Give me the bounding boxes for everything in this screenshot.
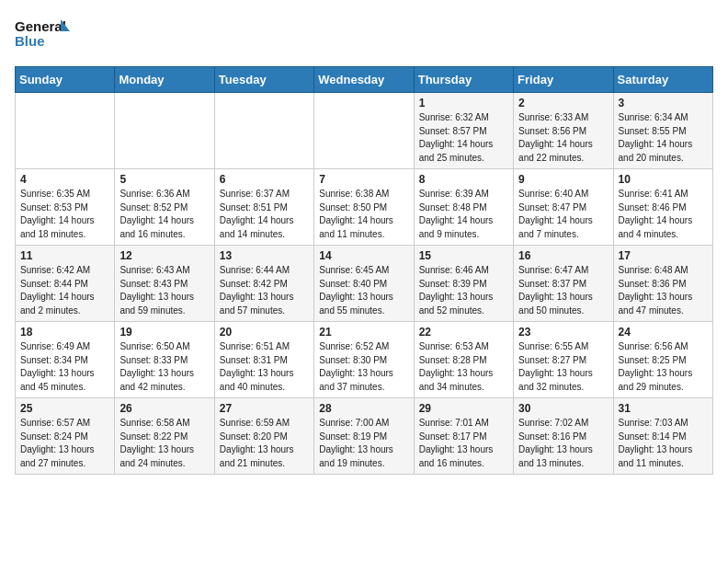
day-info: Sunrise: 6:41 AM Sunset: 8:46 PM Dayligh… [619,188,708,241]
week-row-1: 1Sunrise: 6:32 AM Sunset: 8:57 PM Daylig… [16,93,713,169]
day-number: 8 [419,173,508,186]
day-cell: 23Sunrise: 6:55 AM Sunset: 8:27 PM Dayli… [514,322,613,398]
day-number: 16 [518,249,608,262]
day-info: Sunrise: 6:33 AM Sunset: 8:56 PM Dayligh… [518,111,608,165]
day-number: 12 [119,249,209,262]
day-number: 23 [518,326,608,339]
day-cell: 12Sunrise: 6:43 AM Sunset: 8:43 PM Dayli… [115,246,214,322]
day-number: 30 [518,402,608,415]
day-cell: 27Sunrise: 6:59 AM Sunset: 8:20 PM Dayli… [214,398,313,475]
day-info: Sunrise: 6:44 AM Sunset: 8:42 PM Dayligh… [220,264,309,317]
column-header-saturday: Saturday [613,67,712,93]
logo-icon: GeneralBlue [15,15,70,55]
column-header-thursday: Thursday [414,67,513,93]
day-cell [16,93,115,169]
day-number: 27 [220,402,309,415]
day-info: Sunrise: 6:49 AM Sunset: 8:34 PM Dayligh… [20,340,109,394]
day-cell: 4Sunrise: 6:35 AM Sunset: 8:53 PM Daylig… [16,169,115,246]
day-info: Sunrise: 7:00 AM Sunset: 8:19 PM Dayligh… [319,417,408,470]
day-number: 6 [220,173,309,186]
day-cell: 30Sunrise: 7:02 AM Sunset: 8:16 PM Dayli… [514,398,613,475]
day-info: Sunrise: 6:35 AM Sunset: 8:53 PM Dayligh… [20,188,109,241]
day-number: 4 [20,173,109,186]
day-cell: 19Sunrise: 6:50 AM Sunset: 8:33 PM Dayli… [115,322,214,398]
day-cell: 20Sunrise: 6:51 AM Sunset: 8:31 PM Dayli… [214,322,313,398]
day-cell: 1Sunrise: 6:32 AM Sunset: 8:57 PM Daylig… [414,93,513,169]
day-info: Sunrise: 7:03 AM Sunset: 8:14 PM Dayligh… [619,417,708,470]
day-number: 2 [518,97,608,109]
day-info: Sunrise: 6:58 AM Sunset: 8:22 PM Dayligh… [119,417,209,470]
day-cell: 18Sunrise: 6:49 AM Sunset: 8:34 PM Dayli… [16,322,115,398]
day-cell: 31Sunrise: 7:03 AM Sunset: 8:14 PM Dayli… [613,398,712,475]
day-number: 18 [20,326,109,339]
day-info: Sunrise: 6:43 AM Sunset: 8:43 PM Dayligh… [119,264,209,317]
column-header-sunday: Sunday [16,67,115,93]
day-cell: 16Sunrise: 6:47 AM Sunset: 8:37 PM Dayli… [514,246,613,322]
day-cell [214,93,313,169]
day-info: Sunrise: 6:40 AM Sunset: 8:47 PM Dayligh… [518,188,608,241]
day-info: Sunrise: 6:46 AM Sunset: 8:39 PM Dayligh… [419,264,508,317]
day-cell: 13Sunrise: 6:44 AM Sunset: 8:42 PM Dayli… [214,246,313,322]
column-header-friday: Friday [514,67,613,93]
day-number: 20 [220,326,309,339]
calendar-table: SundayMondayTuesdayWednesdayThursdayFrid… [15,66,713,475]
day-cell: 29Sunrise: 7:01 AM Sunset: 8:17 PM Dayli… [414,398,513,475]
day-number: 9 [518,173,608,186]
column-header-wednesday: Wednesday [314,67,414,93]
day-number: 19 [119,326,209,339]
day-number: 15 [419,249,508,262]
day-cell: 5Sunrise: 6:36 AM Sunset: 8:52 PM Daylig… [115,169,214,246]
week-row-4: 18Sunrise: 6:49 AM Sunset: 8:34 PM Dayli… [16,322,713,398]
header-row: SundayMondayTuesdayWednesdayThursdayFrid… [16,67,713,93]
day-cell: 9Sunrise: 6:40 AM Sunset: 8:47 PM Daylig… [514,169,613,246]
week-row-2: 4Sunrise: 6:35 AM Sunset: 8:53 PM Daylig… [16,169,713,246]
day-info: Sunrise: 6:50 AM Sunset: 8:33 PM Dayligh… [119,340,209,394]
logo: GeneralBlue [15,15,70,55]
day-number: 24 [619,326,708,339]
week-row-5: 25Sunrise: 6:57 AM Sunset: 8:24 PM Dayli… [16,398,713,475]
day-cell: 25Sunrise: 6:57 AM Sunset: 8:24 PM Dayli… [16,398,115,475]
day-cell: 6Sunrise: 6:37 AM Sunset: 8:51 PM Daylig… [214,169,313,246]
header: GeneralBlue [15,15,713,55]
day-info: Sunrise: 6:32 AM Sunset: 8:57 PM Dayligh… [419,111,508,165]
day-number: 26 [119,402,209,415]
day-number: 28 [319,402,408,415]
day-number: 31 [619,402,708,415]
day-cell: 8Sunrise: 6:39 AM Sunset: 8:48 PM Daylig… [414,169,513,246]
day-number: 21 [319,326,408,339]
day-cell: 17Sunrise: 6:48 AM Sunset: 8:36 PM Dayli… [613,246,712,322]
day-info: Sunrise: 6:39 AM Sunset: 8:48 PM Dayligh… [419,188,508,241]
day-cell: 28Sunrise: 7:00 AM Sunset: 8:19 PM Dayli… [314,398,414,475]
day-cell: 24Sunrise: 6:56 AM Sunset: 8:25 PM Dayli… [613,322,712,398]
day-info: Sunrise: 6:38 AM Sunset: 8:50 PM Dayligh… [319,188,408,241]
day-info: Sunrise: 6:45 AM Sunset: 8:40 PM Dayligh… [319,264,408,317]
day-number: 5 [119,173,209,186]
day-info: Sunrise: 6:34 AM Sunset: 8:55 PM Dayligh… [619,111,708,165]
day-cell: 26Sunrise: 6:58 AM Sunset: 8:22 PM Dayli… [115,398,214,475]
week-row-3: 11Sunrise: 6:42 AM Sunset: 8:44 PM Dayli… [16,246,713,322]
day-cell [115,93,214,169]
day-cell: 15Sunrise: 6:46 AM Sunset: 8:39 PM Dayli… [414,246,513,322]
svg-text:Blue: Blue [15,33,45,49]
day-cell: 7Sunrise: 6:38 AM Sunset: 8:50 PM Daylig… [314,169,414,246]
day-info: Sunrise: 6:48 AM Sunset: 8:36 PM Dayligh… [619,264,708,317]
day-info: Sunrise: 6:42 AM Sunset: 8:44 PM Dayligh… [20,264,109,317]
column-header-tuesday: Tuesday [214,67,313,93]
svg-text:General: General [15,18,66,34]
day-number: 3 [619,97,708,109]
day-info: Sunrise: 7:01 AM Sunset: 8:17 PM Dayligh… [419,417,508,470]
column-header-monday: Monday [115,67,214,93]
day-cell: 3Sunrise: 6:34 AM Sunset: 8:55 PM Daylig… [613,93,712,169]
day-cell [314,93,414,169]
day-number: 13 [220,249,309,262]
day-info: Sunrise: 6:52 AM Sunset: 8:30 PM Dayligh… [319,340,408,394]
day-info: Sunrise: 6:55 AM Sunset: 8:27 PM Dayligh… [518,340,608,394]
day-number: 11 [20,249,109,262]
day-number: 1 [419,97,508,109]
day-cell: 21Sunrise: 6:52 AM Sunset: 8:30 PM Dayli… [314,322,414,398]
day-info: Sunrise: 6:47 AM Sunset: 8:37 PM Dayligh… [518,264,608,317]
day-info: Sunrise: 6:53 AM Sunset: 8:28 PM Dayligh… [419,340,508,394]
day-cell: 10Sunrise: 6:41 AM Sunset: 8:46 PM Dayli… [613,169,712,246]
day-cell: 2Sunrise: 6:33 AM Sunset: 8:56 PM Daylig… [514,93,613,169]
day-number: 7 [319,173,408,186]
